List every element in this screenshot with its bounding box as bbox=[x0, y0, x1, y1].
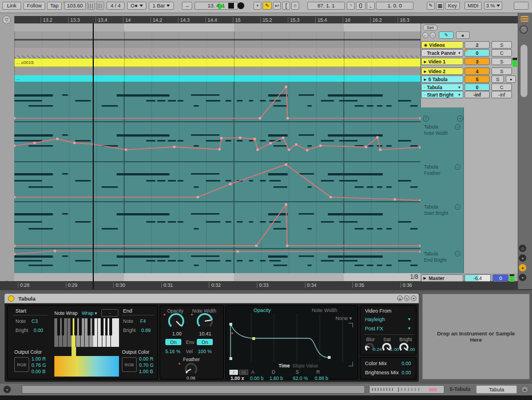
arm-button[interactable]: ● bbox=[506, 75, 516, 83]
cpu-meter[interactable]: 3 % bbox=[484, 2, 502, 10]
envelope-tab-note-width[interactable]: Note Width bbox=[312, 307, 338, 313]
device-chain-overview[interactable] bbox=[369, 385, 444, 394]
pan-automation-line[interactable] bbox=[14, 51, 420, 52]
feather-value[interactable]: 0.06 bbox=[186, 375, 196, 381]
opacity-vel-value[interactable]: 5.16 % bbox=[165, 349, 180, 354]
color-mix-value[interactable]: 0.00 bbox=[402, 361, 411, 366]
end-note-value[interactable]: F4 bbox=[140, 318, 146, 324]
end-b-value[interactable]: 1.00 B bbox=[139, 369, 153, 374]
device-on-icon[interactable] bbox=[8, 295, 14, 302]
track-io-display[interactable]: 0 bbox=[464, 83, 490, 91]
time-multiplier-value[interactable]: 1.00 x bbox=[231, 375, 244, 381]
control-button[interactable]: -inf bbox=[491, 91, 512, 98]
midi-map-button[interactable]: MIDI bbox=[464, 2, 482, 10]
link-button[interactable]: Link bbox=[2, 2, 21, 10]
start-g-value[interactable]: 0.76 G bbox=[31, 362, 46, 368]
tabula-clip[interactable]: ... bbox=[14, 75, 420, 82]
device-title-bar[interactable]: Tabula ⊞ ✎ ● bbox=[5, 294, 419, 303]
zoom-strip[interactable]: 1/8 bbox=[14, 273, 420, 281]
time-mode-label[interactable]: Time bbox=[279, 363, 290, 369]
feather-knob[interactable] bbox=[185, 363, 197, 375]
io-overview-icon[interactable]: ||| bbox=[519, 25, 528, 34]
io-section-toggle[interactable]: ◎ bbox=[519, 245, 526, 252]
track-panning-lane[interactable] bbox=[14, 48, 420, 55]
automation-canvas[interactable] bbox=[14, 82, 420, 273]
lane-label-end-bright[interactable]: TabulaEnd Bright− bbox=[420, 251, 464, 265]
track-io-display[interactable]: 0 bbox=[464, 49, 490, 57]
draw-mode-button[interactable]: ✎ bbox=[263, 2, 272, 10]
opacity-knob[interactable] bbox=[168, 313, 184, 329]
lane-label-feather[interactable]: TabulaFeather− bbox=[420, 164, 464, 178]
brightness-mix-value[interactable]: 0.00 bbox=[402, 370, 411, 375]
start-note-value[interactable]: C3 bbox=[31, 318, 38, 324]
follow-button[interactable]: Follow bbox=[23, 2, 45, 10]
videos-group-row[interactable] bbox=[14, 41, 420, 48]
returns-section-toggle[interactable]: ● bbox=[519, 254, 526, 262]
mixer-section-toggle[interactable]: ● bbox=[519, 264, 526, 271]
track-io-display[interactable]: 5 bbox=[464, 75, 490, 83]
nudge-up-button[interactable]: ||| bbox=[96, 2, 104, 10]
punch-position-display[interactable]: 87. 1. 1 bbox=[307, 2, 345, 10]
overdub-button[interactable]: + bbox=[253, 2, 261, 10]
record-button[interactable] bbox=[237, 2, 244, 9]
solo-button[interactable]: S bbox=[491, 58, 512, 65]
fold-icon[interactable]: ⊞ bbox=[397, 295, 403, 301]
track-io-display[interactable]: 3 bbox=[464, 58, 490, 65]
device-drop-zone[interactable]: Drop an Instrument or Sample Here bbox=[422, 294, 530, 379]
tempo-display[interactable]: 103.60 bbox=[64, 2, 86, 10]
delay-section-toggle[interactable]: ● bbox=[519, 274, 526, 281]
beat-sync-toggle[interactable]: / bbox=[229, 370, 238, 375]
note-width-env-on-button[interactable]: On bbox=[197, 339, 213, 345]
release-value[interactable]: 0.88 b bbox=[315, 375, 328, 381]
sat-value[interactable]: 1.00 bbox=[390, 347, 399, 352]
device-tab-button[interactable]: Tabula bbox=[476, 385, 517, 394]
lane-label-start-bright[interactable]: TabulaStart Bright− bbox=[420, 204, 464, 218]
back-to-arrangement-button[interactable]: ↩ bbox=[273, 2, 281, 10]
wrap-offset-box[interactable]: - bbox=[101, 309, 118, 317]
selection-box-icon[interactable] bbox=[282, 2, 290, 10]
track-io-display[interactable]: 4 bbox=[464, 67, 490, 75]
nudge-down-button[interactable]: ||| bbox=[87, 2, 95, 10]
note-width-knob[interactable] bbox=[197, 313, 213, 329]
remove-lane-icon[interactable]: − bbox=[455, 204, 460, 210]
midi-automation-lanes[interactable] bbox=[14, 82, 420, 273]
quantize-menu[interactable]: 1 Bar bbox=[149, 2, 174, 10]
start-rgb-button[interactable]: RGB bbox=[14, 357, 29, 372]
key-map-button[interactable]: Key bbox=[445, 2, 460, 10]
control-button[interactable]: C bbox=[491, 49, 512, 57]
end-rgb-button[interactable]: RGB bbox=[122, 357, 137, 372]
end-bright-value[interactable]: 0.89 bbox=[141, 327, 151, 333]
note-width-vel-value[interactable]: 100 % bbox=[198, 349, 212, 354]
lock-icon[interactable]: ● bbox=[411, 295, 416, 301]
note-width-value[interactable]: 10.41 bbox=[199, 331, 211, 337]
sustain-value[interactable]: 62.0 % bbox=[293, 375, 308, 381]
start-bright-value[interactable]: 0.00 bbox=[34, 327, 43, 333]
remove-lane-icon[interactable]: − bbox=[455, 164, 460, 170]
scrub-area[interactable] bbox=[14, 23, 420, 32]
track-io-display[interactable]: 2 bbox=[464, 41, 490, 49]
end-g-value[interactable]: 0.70 G bbox=[139, 362, 154, 368]
edit-icon[interactable]: ✎ bbox=[404, 295, 410, 301]
adsr-curve[interactable] bbox=[228, 314, 355, 362]
show-info-icon[interactable]: ◗ bbox=[3, 386, 11, 393]
hamburger-menu-icon[interactable] bbox=[521, 16, 529, 22]
track-name-track-panning[interactable]: ◦Track Panning▼ bbox=[421, 49, 463, 57]
play-button[interactable] bbox=[217, 2, 225, 10]
opacity-env-on-button[interactable]: On bbox=[165, 339, 181, 345]
follow-playhead-button[interactable]: → bbox=[182, 2, 192, 10]
ms-toggle[interactable]: ms bbox=[239, 370, 248, 375]
video1-clip[interactable]: ... c0015 bbox=[14, 58, 420, 67]
pen-icon[interactable]: ✎ bbox=[427, 2, 435, 10]
blur-value[interactable]: 0.24 bbox=[373, 347, 382, 352]
vertical-scrollbar[interactable] bbox=[521, 45, 527, 97]
loop-button[interactable] bbox=[356, 2, 366, 10]
punch-in-icon[interactable]: ◝ bbox=[347, 2, 355, 10]
decay-value[interactable]: 1.60 b bbox=[269, 375, 283, 381]
track-io-display[interactable]: -inf bbox=[464, 91, 490, 98]
punch-out-icon[interactable]: ◟ bbox=[367, 2, 375, 10]
playhead[interactable] bbox=[93, 23, 94, 289]
lane-label-note-width[interactable]: TabulaNote Width− bbox=[420, 124, 464, 138]
attack-value[interactable]: 0.00 b bbox=[250, 375, 264, 381]
master-gain-display[interactable]: -6.4 bbox=[464, 274, 491, 282]
stop-button[interactable] bbox=[228, 3, 234, 9]
